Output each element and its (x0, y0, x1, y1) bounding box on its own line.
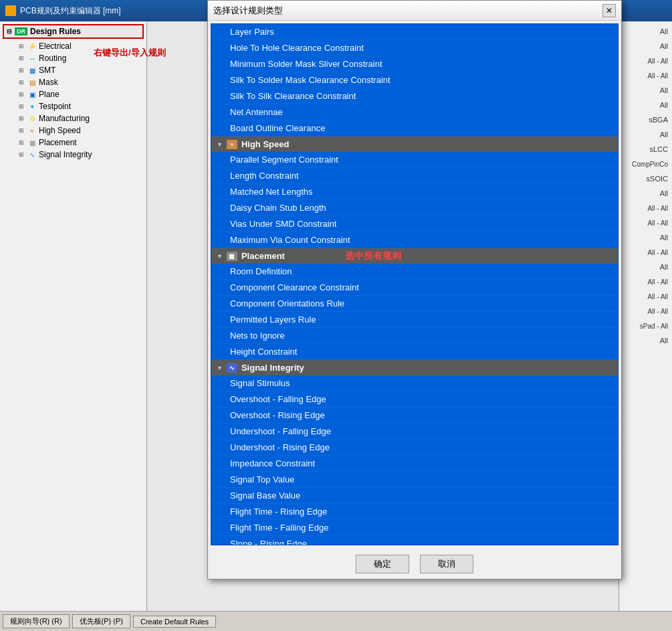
rule-type-list[interactable]: Layer Pairs Hole To Hole Clearance Const… (211, 23, 619, 545)
sidebar-item-testpoint[interactable]: ⊞ ✦ Testpoint (16, 100, 144, 112)
sidebar-item-label: Plane (39, 90, 60, 99)
design-rules-label: Design Rules (30, 27, 81, 36)
sidebar-item-manufacturing[interactable]: ⊞ ⚙ Manufacturing (16, 112, 144, 124)
pcb-app-icon (5, 5, 16, 16)
list-item-height-constraint[interactable]: Height Constraint (211, 344, 618, 360)
sidebar-item-mask[interactable]: ⊞ ▤ Mask (16, 76, 144, 88)
list-item-slope-rising[interactable]: Slope - Rising Edge (211, 536, 618, 545)
expand-icon: ⊞ (19, 55, 25, 62)
list-item-length-constraint[interactable]: Length Constraint (211, 168, 618, 184)
right-row-3: All - All (621, 54, 671, 68)
left-tree-panel: 右键导出/导入规则 ⊟ DR Design Rules ⊞ ⚡ Electric… (0, 21, 147, 611)
expand-icon: ⊟ (7, 28, 12, 35)
list-item-signal-top-value[interactable]: Signal Top Value (211, 472, 618, 488)
group-header-signalintegrity[interactable]: ▼ ∿ Signal Integrity (211, 360, 618, 375)
confirm-button[interactable]: 确定 (356, 555, 409, 573)
sidebar-item-label: Mask (39, 78, 58, 87)
list-item-silk-solder[interactable]: Silk To Solder Mask Clearance Constraint (211, 72, 618, 88)
cancel-button[interactable]: 取消 (420, 555, 473, 573)
right-row-20: All - All (621, 304, 671, 319)
list-item-room-definition[interactable]: Room Definition (211, 264, 618, 280)
sidebar-item-smt[interactable]: ⊞ ▦ SMT (16, 64, 144, 76)
list-item-board-outline[interactable]: Board Outline Clearance (211, 120, 618, 137)
list-item-flight-time-falling[interactable]: Flight Time - Falling Edge (211, 520, 618, 536)
list-item-signal-stimulus[interactable]: Signal Stimulus (211, 375, 618, 391)
list-item-component-clearance[interactable]: Component Clearance Constraint (211, 280, 618, 296)
priority-board-button[interactable]: 优先板(P) (P) (72, 614, 130, 628)
sidebar-item-signalintegrity[interactable]: ⊞ ∿ Signal Integrity (16, 149, 144, 161)
sidebar-item-label: SMT (39, 66, 55, 75)
list-item-impedance-constraint[interactable]: Impedance Constraint (211, 456, 618, 472)
right-row-6: All (621, 98, 671, 112)
list-item-flight-time-rising[interactable]: Flight Time - Rising Edge (211, 504, 618, 520)
list-item-vias-under-smd[interactable]: Vias Under SMD Constraint (211, 216, 618, 232)
list-item-matched-net-lengths[interactable]: Matched Net Lengths (211, 184, 618, 200)
right-row-11: sSOIC (621, 171, 671, 186)
right-row-21: sPad - All (621, 319, 671, 333)
expand-icon: ⊞ (19, 139, 25, 146)
expand-icon: ⊞ (19, 127, 25, 134)
list-item-daisy-chain[interactable]: Daisy Chain Stub Length (211, 200, 618, 216)
rules-wizard-button[interactable]: 规则向导(R) (R) (3, 614, 70, 628)
list-item-undershoot-falling[interactable]: Undershoot - Falling Edge (211, 424, 618, 440)
list-item-signal-base-value[interactable]: Signal Base Value (211, 488, 618, 504)
list-item-net-antennae[interactable]: Net Antennae (211, 104, 618, 120)
smt-icon: ▦ (27, 66, 37, 75)
sigint-group-icon: ∿ (227, 363, 237, 373)
pcb-title: PCB规则及约束编辑器 [mm] (20, 5, 121, 17)
list-item-parallel-segment[interactable]: Parallel Segment Constraint (211, 152, 618, 168)
group-header-highspeed[interactable]: ▼ ≈ High Speed (211, 137, 618, 152)
list-item-silk-silk[interactable]: Silk To Silk Clearance Constraint (211, 88, 618, 104)
right-row-8: All (621, 127, 671, 142)
expand-icon: ⊞ (19, 67, 25, 74)
sidebar-item-highspeed[interactable]: ⊞ ≈ High Speed (16, 124, 144, 137)
list-item-hole-clearance[interactable]: Hole To Hole Clearance Constraint (211, 40, 618, 56)
design-rules-root[interactable]: ⊟ DR Design Rules (3, 24, 144, 39)
list-item-max-via-count[interactable]: Maximum Via Count Constraint (211, 232, 618, 248)
expand-icon: ⊞ (19, 91, 25, 98)
right-panel: All All All - All All - All All All sBGA… (619, 21, 672, 611)
sidebar-item-label: Testpoint (39, 102, 71, 111)
plane-icon: ▣ (27, 90, 37, 99)
sidebar-item-label: Manufacturing (39, 114, 90, 123)
list-item-solder-sliver[interactable]: Minimum Solder Mask Sliver Constraint (211, 56, 618, 72)
right-row-12: All (621, 186, 671, 201)
collapse-icon: ▼ (217, 253, 223, 260)
sidebar-item-plane[interactable]: ⊞ ▣ Plane (16, 88, 144, 100)
list-item-undershoot-rising[interactable]: Undershoot - Rising Edge (211, 440, 618, 456)
create-default-rules-button[interactable]: Create Default Rules (133, 616, 216, 628)
right-row-16: All - All (621, 245, 671, 260)
right-row-13: All - All (621, 201, 671, 215)
sidebar-item-routing[interactable]: ⊞ ↔ Routing (16, 52, 144, 64)
placement-icon: ▦ (27, 138, 37, 147)
sidebar-item-label: Signal Integrity (39, 150, 92, 159)
testpoint-icon: ✦ (27, 102, 37, 111)
group-header-placement[interactable]: ▼ ▦ Placement 选中所有规则 (211, 248, 618, 264)
right-row-19: All - All (621, 289, 671, 304)
right-row-1: All (621, 24, 671, 39)
close-icon: ✕ (606, 6, 612, 15)
design-rules-icon: DR (15, 27, 27, 35)
bottom-bar: 规则向导(R) (R) 优先板(P) (P) Create Default Ru… (0, 611, 672, 631)
sidebar-item-electrical[interactable]: ⊞ ⚡ Electrical (16, 40, 144, 52)
list-item-nets-ignore[interactable]: Nets to Ignore (211, 328, 618, 344)
list-item-overshoot-rising[interactable]: Overshoot - Rising Edge (211, 408, 618, 424)
right-row-22: All (621, 333, 671, 348)
manufacturing-icon: ⚙ (27, 114, 37, 123)
mask-icon: ▤ (27, 78, 37, 87)
expand-icon: ⊞ (19, 79, 25, 86)
right-row-17: All (621, 260, 671, 274)
list-item-layer-pairs[interactable]: Layer Pairs (211, 24, 618, 40)
modal-body: Layer Pairs Hole To Hole Clearance Const… (208, 21, 621, 548)
right-row-5: All (621, 83, 671, 98)
sidebar-item-label: Placement (39, 138, 77, 147)
list-item-overshoot-falling[interactable]: Overshoot - Falling Edge (211, 391, 618, 408)
sidebar-item-placement[interactable]: ⊞ ▦ Placement (16, 137, 144, 149)
expand-icon: ⊞ (19, 43, 25, 50)
modal-title: 选择设计规则类型 (213, 5, 283, 17)
list-item-component-orientations[interactable]: Component Orientations Rule (211, 296, 618, 312)
list-item-permitted-layers[interactable]: Permitted Layers Rule (211, 312, 618, 328)
modal-footer: 确定 取消 (208, 548, 621, 579)
modal-close-button[interactable]: ✕ (602, 4, 616, 17)
right-row-15: All (621, 230, 671, 245)
